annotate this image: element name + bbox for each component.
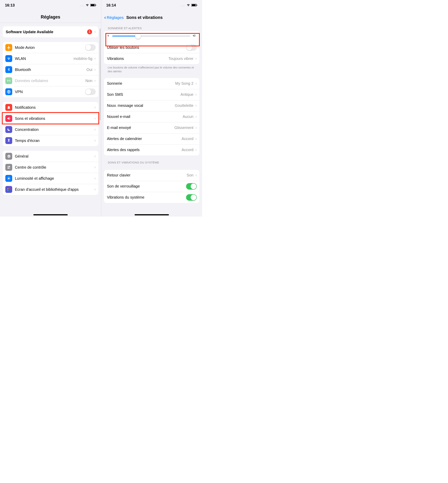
general-row[interactable]: Général › xyxy=(3,151,98,162)
sys-vibration-toggle[interactable] xyxy=(186,194,197,201)
focus-row[interactable]: Concentration › xyxy=(3,124,98,135)
cellular-label: Données cellulaires xyxy=(15,79,85,83)
general-label: Général xyxy=(15,154,93,158)
lock-sound-row[interactable]: Son de verrouillage xyxy=(104,181,200,192)
chevron-icon: › xyxy=(94,127,96,132)
scrollbar[interactable] xyxy=(100,29,100,120)
svg-line-16 xyxy=(10,177,10,178)
sounds-label: Sons et vibrations xyxy=(15,116,93,121)
home-indicator[interactable] xyxy=(33,214,68,215)
moon-icon xyxy=(5,126,12,133)
row-value: Son xyxy=(187,173,193,177)
row-label: E-mail envoyé xyxy=(107,125,175,130)
battery-icon xyxy=(90,3,96,8)
airplane-toggle[interactable] xyxy=(85,44,96,51)
home-indicator[interactable] xyxy=(135,214,169,215)
sound-reminders-row[interactable]: Alertes des rappels Accord › xyxy=(104,144,200,156)
vibrations-label: Vibrations xyxy=(107,57,168,61)
sound-sonnerie-row[interactable]: Sonnerie My Song 2 › xyxy=(104,78,200,89)
sound-voicemail-row[interactable]: Nouv. message vocal Gouttelette › xyxy=(104,100,200,111)
chevron-icon: › xyxy=(94,116,96,121)
keyboard-feedback-row[interactable]: Retour clavier Son › xyxy=(104,170,200,181)
wifi-label: WLAN xyxy=(15,57,74,61)
row-label: Son SMS xyxy=(107,92,181,97)
vpn-icon xyxy=(5,88,12,95)
svg-line-13 xyxy=(8,177,8,178)
software-update-row[interactable]: Software Update Available 1 › xyxy=(3,26,98,37)
sound-newmail-row[interactable]: Nouvel e-mail Aucun › xyxy=(104,111,200,122)
status-time: 16:13 xyxy=(5,3,15,8)
row-label: Nouv. message vocal xyxy=(107,103,175,108)
svg-point-7 xyxy=(9,168,10,168)
back-icon[interactable]: ‹ xyxy=(104,15,106,20)
sound-calendar-row[interactable]: Alertes de calendrier Accord › xyxy=(104,133,200,144)
chevron-icon: › xyxy=(94,67,96,72)
homescreen-row[interactable]: Écran d'accueil et bibliothèque d'apps › xyxy=(3,184,98,195)
use-buttons-row[interactable]: Utiliser les boutons xyxy=(104,42,200,53)
screentime-row[interactable]: Temps d'écran › xyxy=(3,135,98,146)
chevron-icon: › xyxy=(195,81,197,86)
notifications-label: Notifications xyxy=(15,105,93,110)
chevron-icon: › xyxy=(195,56,197,61)
row-label: Vibrations du système xyxy=(107,195,186,200)
wifi-icon xyxy=(186,3,190,8)
sound-sentmail-row[interactable]: E-mail envoyé Glissement › xyxy=(104,122,200,133)
lock-sound-toggle[interactable] xyxy=(186,183,197,190)
chevron-icon: › xyxy=(94,176,96,181)
settings-scroll[interactable]: Software Update Available 1 › Mode Avion… xyxy=(0,26,101,206)
vpn-toggle[interactable] xyxy=(85,89,96,95)
svg-line-14 xyxy=(10,179,10,180)
use-buttons-toggle[interactable] xyxy=(186,44,197,51)
wifi-row-icon xyxy=(5,55,12,62)
controlcenter-row[interactable]: Centre de contrôle › xyxy=(3,162,98,173)
row-label: Sonnerie xyxy=(107,81,175,86)
slider-knob[interactable] xyxy=(135,33,141,39)
svg-point-6 xyxy=(8,166,8,167)
chevron-icon: › xyxy=(94,105,96,110)
svg-rect-2 xyxy=(96,5,96,6)
wifi-icon xyxy=(85,3,89,8)
row-value: Gouttelette xyxy=(175,103,193,108)
sound-sms-row[interactable]: Son SMS Antique › xyxy=(104,89,200,100)
hourglass-icon xyxy=(5,137,12,144)
battery-icon xyxy=(192,3,197,8)
apps-grid-icon xyxy=(5,186,12,193)
back-label[interactable]: Réglages xyxy=(107,15,124,20)
wifi-row[interactable]: WLAN mobitrix-5g › xyxy=(3,53,98,64)
svg-rect-17 xyxy=(8,188,8,189)
speaker-icon xyxy=(5,115,12,122)
cellular-row[interactable]: Données cellulaires Non › xyxy=(3,75,98,86)
sounds-scroll[interactable]: SONNERIE ET ALERTES Utiliser les boutons xyxy=(101,24,202,214)
status-dots: .... xyxy=(181,4,185,7)
chevron-icon: › xyxy=(94,138,96,143)
status-bar: 16:13 .... xyxy=(0,0,101,10)
row-value: My Song 2 xyxy=(175,81,193,86)
right-screenshot: 16:14 .... ‹ Réglages Sons et vibrations… xyxy=(101,0,202,216)
ringer-slider[interactable] xyxy=(112,36,190,36)
row-label: Alertes des rappels xyxy=(107,148,182,152)
svg-line-15 xyxy=(8,179,8,180)
airplane-row[interactable]: Mode Avion xyxy=(3,42,98,53)
chevron-icon: › xyxy=(195,147,197,152)
row-label: Retour clavier xyxy=(107,173,187,177)
controlcenter-label: Centre de contrôle xyxy=(15,165,93,170)
bluetooth-row[interactable]: Bluetooth Oui › xyxy=(3,64,98,75)
cellular-icon xyxy=(5,77,12,84)
page-title: Réglages xyxy=(0,10,101,23)
status-dots: .... xyxy=(80,4,84,7)
notifications-row[interactable]: Notifications › xyxy=(3,102,98,113)
sys-vibration-row[interactable]: Vibrations du système xyxy=(104,192,200,203)
chevron-icon: › xyxy=(94,165,96,170)
bluetooth-value: Oui xyxy=(87,67,92,72)
vibrations-row[interactable]: Vibrations Toujours vibrer › xyxy=(104,53,200,64)
svg-rect-23 xyxy=(197,5,197,6)
section-footer: Les boutons de volume n'affecteront pas … xyxy=(104,64,200,74)
chevron-icon: › xyxy=(195,92,197,97)
chevron-icon: › xyxy=(195,114,197,119)
chevron-icon: › xyxy=(94,78,96,83)
display-row[interactable]: Luminosité et affichage › xyxy=(3,173,98,184)
sounds-row[interactable]: Sons et vibrations › xyxy=(3,113,98,124)
vpn-row[interactable]: VPN xyxy=(3,86,98,97)
display-label: Luminosité et affichage xyxy=(15,176,93,181)
svg-point-8 xyxy=(8,178,9,179)
